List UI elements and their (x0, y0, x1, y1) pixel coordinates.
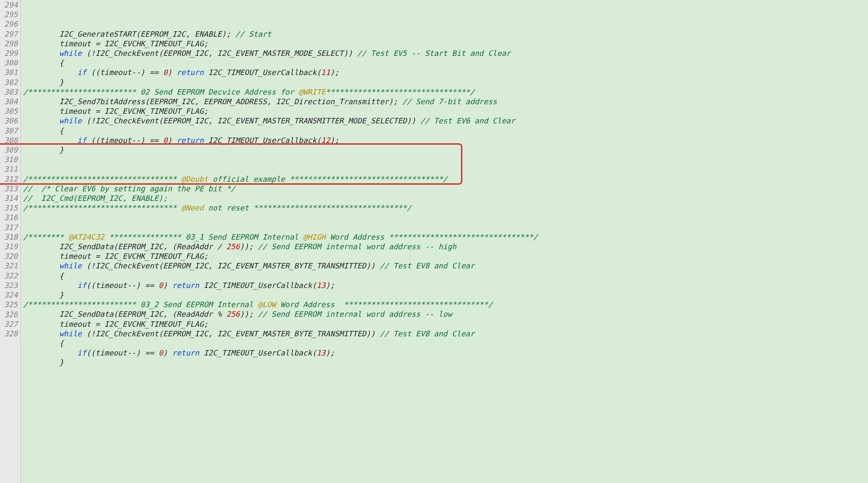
line-number: 301 (4, 68, 18, 77)
code-token: // I2C_Cmd(EEPROM_I2C, ENABLE); (23, 194, 168, 203)
indent (23, 126, 60, 135)
line-number: 300 (4, 58, 18, 68)
code-token: 256 (226, 310, 240, 318)
code-line[interactable]: { (23, 58, 868, 68)
code-token: I2C_Send7bitAddress(EEPROM_I2C, EEPROM_A… (59, 97, 402, 106)
code-line[interactable]: { (23, 338, 868, 348)
indent (23, 242, 60, 251)
line-number: 305 (4, 106, 18, 116)
code-token: return (172, 281, 199, 290)
code-line[interactable]: /********************************* @Doub… (23, 174, 868, 184)
line-number: 298 (4, 39, 18, 48)
code-line[interactable]: /************************ 03_2 Send EEPR… (23, 300, 868, 309)
code-line[interactable]: if ((timeout--) == 0) return I2C_TIMEOUT… (23, 135, 868, 145)
indent (23, 261, 60, 270)
indent (23, 358, 60, 367)
code-line[interactable]: timeout = I2C_EVCHK_TIMEOUT_FLAG; (23, 251, 868, 261)
code-token: // Send EEPROM internal word address -- … (258, 310, 452, 318)
code-token: { (59, 271, 64, 280)
code-line[interactable]: } (23, 78, 868, 87)
code-line[interactable]: { (23, 271, 868, 280)
line-number: 320 (4, 251, 18, 261)
indent (23, 107, 60, 115)
code-token: @Need (181, 203, 204, 212)
code-token: (!I2C_CheckEvent(EEPROM_I2C, I2C_EVENT_M… (82, 49, 357, 58)
indent (23, 252, 60, 260)
code-line[interactable]: I2C_GenerateSTART(EEPROM_I2C, ENABLE); /… (23, 29, 868, 39)
line-number: 328 (4, 329, 18, 338)
code-token: ) (167, 136, 177, 145)
code-line[interactable]: } (23, 358, 868, 367)
code-token: ((timeout--) == (86, 281, 158, 290)
code-token: timeout = I2C_EVCHK_TIMEOUT_FLAG; (59, 252, 208, 260)
code-token: I2C_SendData(EEPROM_I2C, (ReadAddr % (59, 310, 226, 318)
code-line[interactable]: timeout = I2C_EVCHK_TIMEOUT_FLAG; (23, 106, 868, 116)
code-line[interactable]: while (!I2C_CheckEvent(EEPROM_I2C, I2C_E… (23, 116, 868, 125)
code-line[interactable]: // /* Clear EV6 by setting again the PE … (23, 184, 868, 193)
code-line[interactable]: while (!I2C_CheckEvent(EEPROM_I2C, I2C_E… (23, 329, 868, 338)
code-token: ) (163, 281, 172, 290)
code-token: 13 (317, 348, 326, 357)
code-token: 13 (317, 281, 326, 290)
line-number: 304 (4, 97, 18, 106)
indent (23, 39, 60, 48)
code-token: return (177, 136, 204, 145)
code-line[interactable]: if ((timeout--) == 0) return I2C_TIMEOUT… (23, 68, 868, 77)
line-number: 319 (4, 242, 18, 251)
code-token: /************************ 03_2 Send EEPR… (23, 300, 258, 309)
code-line[interactable]: while (!I2C_CheckEvent(EEPROM_I2C, I2C_E… (23, 261, 868, 270)
line-number: 295 (4, 10, 18, 19)
code-line[interactable]: if((timeout--) == 0) return I2C_TIMEOUT_… (23, 280, 868, 290)
line-number: 312 (4, 174, 18, 184)
code-line[interactable]: if((timeout--) == 0) return I2C_TIMEOUT_… (23, 348, 868, 358)
line-number: 317 (4, 223, 18, 232)
code-token: @HIGH (303, 233, 325, 241)
code-line[interactable]: I2C_SendData(EEPROM_I2C, (ReadAddr / 256… (23, 242, 868, 251)
code-editor[interactable]: 2942952962972982993003013023033043053063… (0, 0, 868, 483)
code-line[interactable]: timeout = I2C_EVCHK_TIMEOUT_FLAG; (23, 39, 868, 48)
code-line[interactable] (23, 223, 868, 232)
code-line[interactable] (23, 164, 868, 174)
indent (23, 348, 77, 357)
indent (23, 310, 60, 318)
code-token: (!I2C_CheckEvent(EEPROM_I2C, I2C_EVENT_M… (82, 329, 379, 338)
code-token: timeout = I2C_EVCHK_TIMEOUT_FLAG; (59, 107, 208, 115)
code-area[interactable]: I2C_GenerateSTART(EEPROM_I2C, ENABLE); /… (21, 0, 868, 483)
line-number: 303 (4, 87, 18, 97)
code-token: } (59, 290, 64, 299)
indent (23, 320, 60, 328)
code-token: ) (163, 348, 172, 357)
code-token: if (77, 281, 87, 290)
code-line[interactable]: /************************ 02 Send EEPROM… (23, 87, 868, 97)
code-line[interactable]: I2C_SendData(EEPROM_I2C, (ReadAddr % 256… (23, 309, 868, 319)
code-token: while (59, 49, 82, 58)
code-line[interactable]: I2C_Send7bitAddress(EEPROM_I2C, EEPROM_A… (23, 97, 868, 106)
code-line[interactable]: while (!I2C_CheckEvent(EEPROM_I2C, I2C_E… (23, 48, 868, 58)
code-token: 11 (321, 68, 330, 77)
code-token: ); (330, 136, 339, 145)
code-line[interactable]: /********************************* @Need… (23, 203, 868, 213)
indent (23, 78, 60, 87)
line-number: 327 (4, 319, 18, 329)
code-line[interactable] (23, 213, 868, 222)
line-number: 311 (4, 164, 18, 174)
code-token: while (59, 116, 82, 125)
indent (23, 271, 60, 280)
code-line[interactable]: { (23, 126, 868, 135)
code-token: @Doubt (181, 175, 208, 183)
code-token: if (77, 348, 87, 357)
code-token: Word Address ***************************… (326, 233, 538, 241)
code-line[interactable]: } (23, 145, 868, 155)
indent (23, 97, 60, 106)
code-line[interactable]: // I2C_Cmd(EEPROM_I2C, ENABLE); (23, 193, 868, 203)
line-number: 321 (4, 261, 18, 270)
code-line[interactable]: /******** @AT24C32 **************** 03_1… (23, 232, 868, 242)
line-number: 324 (4, 290, 18, 300)
code-line[interactable]: timeout = I2C_EVCHK_TIMEOUT_FLAG; (23, 319, 868, 329)
indent (23, 30, 60, 38)
code-line[interactable] (23, 155, 868, 164)
code-token: I2C_SendData(EEPROM_I2C, (ReadAddr / (59, 242, 226, 251)
code-token: )); (240, 310, 258, 318)
code-token: 0 (159, 281, 163, 290)
code-line[interactable]: } (23, 290, 868, 300)
